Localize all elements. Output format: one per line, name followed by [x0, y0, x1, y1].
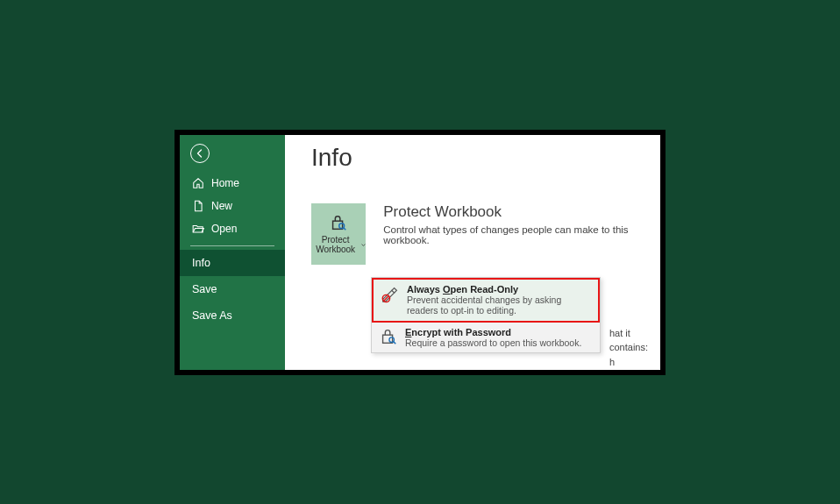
menu-item-desc: Require a password to open this workbook…: [405, 337, 581, 349]
lock-search-icon: [328, 213, 349, 232]
pencil-prohibit-icon: [381, 284, 400, 303]
menu-item-title: Always Open Read-Only: [407, 284, 591, 295]
svg-line-7: [394, 341, 396, 344]
section-description: Control what types of changes people can…: [383, 224, 644, 245]
arrow-left-icon: [195, 148, 205, 159]
sidebar-item-info[interactable]: Info: [180, 250, 285, 276]
svg-point-1: [339, 223, 345, 228]
menu-item-always-open-readonly[interactable]: Always Open Read-Only Prevent accidental…: [372, 278, 600, 323]
partially-hidden-text: hat it contains: h: [609, 326, 660, 370]
folder-open-icon: [192, 223, 204, 235]
chevron-down-icon: [361, 242, 366, 248]
protect-workbook-button[interactable]: Protect Workbook: [311, 203, 366, 265]
excel-backstage-window: Home New Open Info Save Save As: [174, 130, 666, 375]
sidebar-label-saveas: Save As: [192, 309, 232, 322]
new-file-icon: [192, 200, 204, 212]
sidebar-item-open[interactable]: Open: [180, 217, 285, 240]
section-title: Protect Workbook: [383, 203, 644, 221]
svg-line-2: [344, 227, 345, 229]
lock-search-icon: [379, 327, 398, 346]
sidebar-item-new[interactable]: New: [180, 195, 285, 217]
home-icon: [192, 177, 204, 189]
backstage-sidebar: Home New Open Info Save Save As: [180, 135, 285, 370]
sidebar-label-open: Open: [211, 223, 237, 235]
sidebar-divider: [190, 245, 274, 246]
sidebar-item-save[interactable]: Save: [180, 276, 285, 302]
sidebar-label-save: Save: [192, 283, 217, 295]
page-title: Info: [311, 144, 644, 172]
backstage-main: Info Protect Workbook Protect Workbook C…: [285, 135, 660, 370]
back-button[interactable]: [190, 144, 210, 163]
protect-section: Protect Workbook Protect Workbook Contro…: [311, 203, 644, 265]
menu-item-desc: Prevent accidental changes by asking rea…: [407, 295, 591, 316]
protect-button-label: Protect Workbook: [311, 235, 359, 255]
sidebar-label-home: Home: [211, 177, 239, 189]
menu-item-encrypt-with-password[interactable]: Encrypt with Password Require a password…: [372, 323, 600, 353]
sidebar-label-new: New: [211, 200, 232, 212]
sidebar-item-saveas[interactable]: Save As: [180, 302, 285, 329]
sidebar-item-home[interactable]: Home: [180, 172, 285, 195]
protect-workbook-dropdown: Always Open Read-Only Prevent accidental…: [371, 277, 601, 354]
sidebar-label-info: Info: [192, 257, 210, 269]
menu-item-title: Encrypt with Password: [405, 327, 581, 337]
protect-section-text: Protect Workbook Control what types of c…: [383, 203, 644, 245]
